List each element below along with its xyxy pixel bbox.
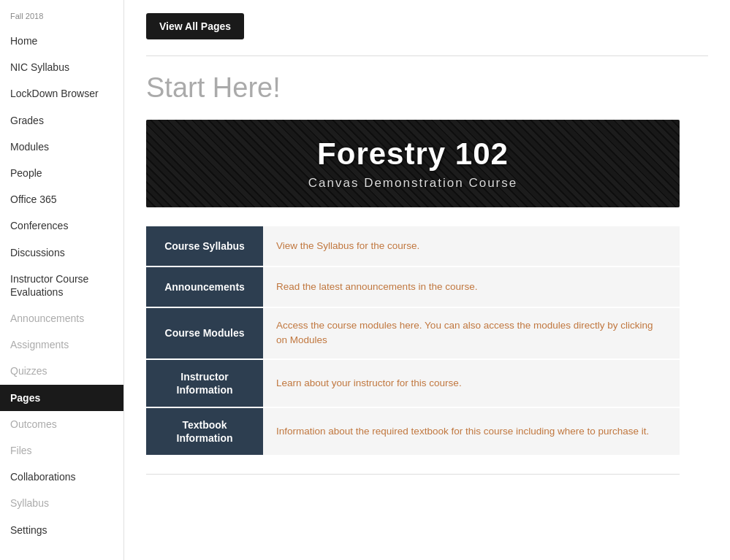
- info-btn-announcements[interactable]: Announcements: [146, 267, 263, 307]
- sidebar-item-collaborations[interactable]: Collaborations: [0, 464, 123, 490]
- sidebar-item-grades[interactable]: Grades: [0, 107, 123, 134]
- sidebar-item-pages[interactable]: Pages: [0, 385, 123, 411]
- info-text-course-modules: Access the course modules here. You can …: [263, 308, 680, 358]
- main-content: View All Pages Start Here! Forestry 102 …: [124, 0, 730, 560]
- banner-course-title: Forestry 102: [317, 137, 509, 172]
- sidebar-item-assignments: Assignments: [0, 331, 123, 358]
- sidebar-item-nic-syllabus[interactable]: NIC Syllabus: [0, 54, 123, 80]
- sidebar-item-office-365[interactable]: Office 365: [0, 186, 123, 212]
- sidebar-item-settings[interactable]: Settings: [0, 517, 123, 543]
- sidebar-item-conferences[interactable]: Conferences: [0, 212, 123, 239]
- info-text-announcements: Read the latest announcements in the cou…: [263, 269, 490, 304]
- page-title: Start Here!: [146, 72, 708, 104]
- sidebar-item-home[interactable]: Home: [0, 28, 123, 54]
- sidebar-item-outcomes: Outcomes: [0, 411, 123, 437]
- sidebar-item-modules[interactable]: Modules: [0, 134, 123, 160]
- sidebar-item-lockdown-browser[interactable]: LockDown Browser: [0, 80, 123, 107]
- sidebar: Fall 2018 HomeNIC SyllabusLockDown Brows…: [0, 0, 124, 560]
- info-text-course-syllabus: View the Syllabus for the course.: [263, 229, 433, 264]
- info-row-course-syllabus: Course SyllabusView the Syllabus for the…: [146, 226, 680, 266]
- sidebar-item-quizzes: Quizzes: [0, 358, 123, 384]
- info-btn-instructor-information[interactable]: Instructor Information: [146, 360, 263, 407]
- info-text-textbook-information: Information about the required textbook …: [263, 414, 662, 449]
- course-banner: Forestry 102 Canvas Demonstration Course: [146, 120, 680, 207]
- sidebar-item-announcements: Announcements: [0, 305, 123, 331]
- bottom-divider: [146, 474, 680, 475]
- info-row-course-modules: Course ModulesAccess the course modules …: [146, 308, 680, 358]
- info-row-textbook-information: Textbook InformationInformation about th…: [146, 408, 680, 455]
- info-btn-textbook-information[interactable]: Textbook Information: [146, 408, 263, 455]
- top-divider: [146, 55, 708, 56]
- sidebar-item-syllabus: Syllabus: [0, 490, 123, 516]
- info-btn-course-modules[interactable]: Course Modules: [146, 308, 263, 358]
- view-all-pages-button[interactable]: View All Pages: [146, 13, 244, 39]
- sidebar-item-files: Files: [0, 437, 123, 464]
- semester-label: Fall 2018: [0, 7, 123, 28]
- sidebar-item-instructor-course-evaluations[interactable]: Instructor Course Evaluations: [0, 266, 123, 305]
- info-row-instructor-information: Instructor InformationLearn about your i…: [146, 360, 680, 407]
- info-text-instructor-information: Learn about your instructor for this cou…: [263, 366, 475, 401]
- info-row-announcements: AnnouncementsRead the latest announcemen…: [146, 267, 680, 307]
- banner-course-subtitle: Canvas Demonstration Course: [308, 176, 517, 191]
- sidebar-item-discussions[interactable]: Discussions: [0, 239, 123, 266]
- sidebar-item-people[interactable]: People: [0, 160, 123, 186]
- info-btn-course-syllabus[interactable]: Course Syllabus: [146, 226, 263, 266]
